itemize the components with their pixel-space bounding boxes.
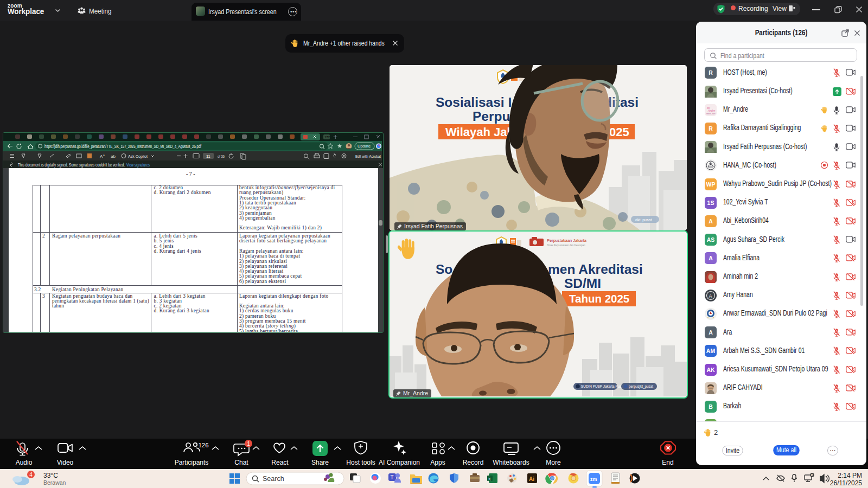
svg-text:Search: Search	[263, 475, 284, 483]
svg-text:peningkatan kecakapan literasi: peningkatan kecakapan literasi dalam 1 (…	[52, 298, 149, 304]
svg-text:Kegiatan Peningkatan Pelayanan: Kegiatan Peningkatan Pelayanan	[52, 287, 123, 292]
svg-text:Host tools: Host tools	[346, 459, 375, 466]
svg-text:Berawan: Berawan	[43, 479, 66, 486]
svg-text:This document is digitally sig: This document is digitally signed. Some …	[18, 162, 125, 168]
svg-text:2:14 PM: 2:14 PM	[838, 472, 862, 479]
svg-text:Mkm_her: Mkm_her	[706, 112, 716, 115]
svg-text:SUDIN PUSP Jakarta Pusat: SUDIN PUSP Jakarta Pusat	[581, 384, 624, 388]
svg-text:Participants: Participants	[175, 459, 209, 466]
svg-text:X: X	[488, 477, 492, 481]
svg-text:disertai foto saat berlangsung: disertai foto saat berlangsung pelayanan	[239, 238, 327, 243]
svg-text:Whiteboards: Whiteboards	[493, 459, 529, 466]
svg-text:2: 2	[42, 233, 45, 239]
svg-text:Dinas Perpustakaan dan Kearsip: Dinas Perpustakaan dan Kearsipan	[547, 244, 585, 247]
svg-text:of 36: of 36	[218, 154, 225, 159]
svg-text:126: 126	[198, 442, 208, 448]
svg-text:11: 11	[206, 154, 210, 159]
svg-text:Tahun 2025: Tahun 2025	[569, 292, 629, 305]
svg-text:1: 1	[247, 441, 250, 447]
svg-text:dkt_pusat: dkt_pusat	[635, 218, 652, 222]
svg-text:React: React	[271, 459, 289, 466]
svg-text:Ask Copilot: Ask Copilot	[128, 154, 148, 159]
svg-text:025: 025	[609, 125, 629, 139]
svg-text:5) lomba bertutur/bercerita: 5) lomba bertutur/bercerita	[239, 329, 298, 332]
svg-text:3: 3	[42, 293, 45, 299]
svg-text:men Akreditasi: men Akreditasi	[548, 262, 643, 277]
svg-text:Record: Record	[463, 459, 484, 466]
svg-text:Update: Update	[358, 144, 371, 149]
svg-text:End: End	[662, 459, 673, 466]
svg-text:Edit with Acrobat: Edit with Acrobat	[355, 154, 381, 159]
svg-text:9: 9	[812, 473, 813, 477]
svg-text:33°C: 33°C	[43, 472, 58, 479]
svg-text:SD/MI: SD/MI	[564, 276, 601, 291]
svg-text:26/11/2025: 26/11/2025	[830, 479, 862, 487]
svg-text:ab: ab	[111, 154, 116, 159]
svg-text:172: 172	[324, 136, 330, 139]
svg-text:Audio: Audio	[16, 459, 33, 466]
svg-text:So: So	[436, 262, 452, 277]
svg-text:Laporan kegiatan dilengkapi de: Laporan kegiatan dilengkapi dengan foto	[239, 293, 329, 299]
svg-text:Share: Share	[311, 459, 329, 466]
svg-text:Sosialisasi I: Sosialisasi I	[436, 95, 512, 110]
svg-text:Chat: Chat	[234, 459, 248, 466]
svg-text:d. Kurang dari 4 jenis: d. Kurang dari 4 jenis	[154, 248, 201, 254]
svg-text:zm: zm	[590, 477, 597, 482]
svg-text:AI Companion: AI Companion	[379, 459, 420, 466]
svg-text:T: T	[391, 474, 394, 480]
svg-text:Perpu: Perpu	[473, 109, 510, 124]
svg-text:6) pelayanan ekstensi: 6) pelayanan ekstensi	[239, 279, 286, 285]
svg-text:Ragam pelayanan perpustakaan: Ragam pelayanan perpustakaan	[52, 233, 120, 239]
svg-text:4: 4	[29, 472, 33, 478]
svg-text:A: A	[709, 293, 712, 298]
svg-text:Ai: Ai	[529, 476, 534, 482]
svg-text:4) pengembalian: 4) pengembalian	[239, 215, 276, 221]
svg-text:Apps: Apps	[430, 459, 445, 466]
svg-text:Perpustakaan Jakarta: Perpustakaan Jakarta	[547, 238, 587, 243]
svg-text:More: More	[546, 459, 561, 466]
svg-text:Video: Video	[57, 459, 74, 466]
svg-text:a: a	[103, 153, 105, 157]
svg-text:d. Kurang dari 3 kegiatan: d. Kurang dari 3 kegiatan	[154, 308, 209, 313]
svg-text:d. Kurang dari 2 dokumen: d. Kurang dari 2 dokumen	[154, 190, 211, 195]
svg-text:Keterangan: Wajib memiliki 1): Keterangan: Wajib memiliki 1) dan 2)	[239, 225, 322, 231]
svg-text:https://jdih.perpusnas.go.id/f: https://jdih.perpusnas.go.id/file_peratu…	[44, 144, 201, 149]
svg-text:tahun: tahun	[52, 303, 64, 309]
svg-text:3.2: 3.2	[34, 287, 41, 292]
svg-text:perpusjkt_pusat: perpusjkt_pusat	[629, 384, 653, 389]
svg-text:View signatures: View signatures	[126, 162, 150, 168]
